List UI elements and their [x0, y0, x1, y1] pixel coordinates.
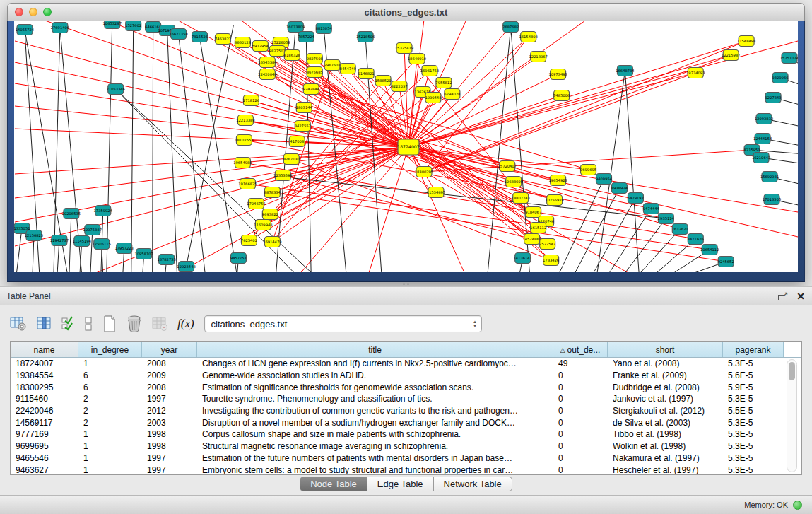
float-window-icon[interactable]: ↗ — [778, 291, 788, 300]
table-cell[interactable]: Embryonic stem cells: a model to study s… — [197, 465, 553, 475]
table-cell[interactable]: Dudbridge et al. (2008) — [608, 382, 723, 392]
table-cell[interactable]: 2 — [78, 394, 142, 404]
citation-edge-red[interactable] — [408, 55, 731, 147]
table-cell[interactable]: 1998 — [142, 429, 197, 439]
citation-edge-black[interactable] — [16, 228, 22, 272]
table-cell[interactable]: 9699695 — [11, 441, 78, 451]
citation-edge-black[interactable] — [623, 218, 666, 272]
table-cell[interactable]: 1997 — [142, 465, 197, 475]
table-cell[interactable]: Hescheler et al. (1997) — [608, 465, 723, 475]
table-cell[interactable]: Changes of HCN gene expression and I(f) … — [197, 358, 553, 368]
table-cell[interactable]: 5.5E-5 — [723, 406, 784, 416]
table-cell[interactable]: 2012 — [142, 406, 197, 416]
table-row[interactable]: 2242004622012Investigating the contribut… — [11, 405, 801, 417]
citation-edge-red[interactable] — [15, 147, 408, 246]
column-header-title[interactable]: title — [197, 342, 553, 357]
table-settings-icon[interactable] — [10, 316, 27, 332]
citation-edge-black[interactable] — [90, 230, 93, 272]
table-cell[interactable]: 2008 — [142, 382, 197, 392]
table-cell[interactable]: 18724007 — [11, 358, 78, 368]
table-row[interactable]: 946362711997Embryonic stem cells: a mode… — [11, 464, 801, 475]
citation-edge-black[interactable] — [131, 25, 134, 272]
table-cell[interactable]: 1 — [78, 441, 142, 451]
table-cell[interactable]: Corpus callosum shape and size in male p… — [197, 429, 553, 439]
tab-network-table[interactable]: Network Table — [434, 477, 512, 491]
table-row[interactable]: 1830029562008Estimation of significance … — [11, 381, 801, 393]
citation-edge-red[interactable] — [272, 65, 332, 242]
table-row[interactable]: 1938455462009Genome-wide association stu… — [11, 370, 801, 382]
table-row[interactable]: 977716911998Corpus callosum shape and si… — [11, 428, 801, 440]
citation-edge-red[interactable] — [15, 147, 408, 198]
table-cell[interactable]: 2 — [78, 418, 142, 428]
table-cell[interactable]: 2 — [78, 406, 142, 416]
table-cell[interactable]: 0 — [553, 453, 608, 463]
table-cell[interactable]: 5.9E-5 — [723, 382, 784, 392]
citation-edge-black[interactable] — [558, 179, 604, 272]
table-cell[interactable]: 1 — [78, 429, 142, 439]
table-cell[interactable]: Wolkin et al. (1998) — [608, 441, 723, 451]
table-cell[interactable]: 9463627 — [11, 465, 78, 475]
table-cell[interactable]: Jankovic et al. (1997) — [608, 394, 723, 404]
table-cell[interactable]: 5.6E-5 — [723, 370, 784, 380]
citation-edge-red[interactable] — [424, 41, 746, 172]
select-rows-icon[interactable] — [61, 316, 74, 332]
table-selector-dropdown[interactable]: citations_edges.txt ▲▼ — [204, 315, 482, 332]
citation-edge-red[interactable] — [424, 73, 695, 172]
table-cell[interactable]: Investigating the contribution of common… — [197, 406, 553, 416]
table-cell[interactable]: 0 — [553, 394, 608, 404]
citation-edge-black[interactable] — [69, 214, 71, 272]
citation-edge-black[interactable] — [167, 30, 177, 272]
tab-edge-table[interactable]: Edge Table — [367, 477, 434, 491]
table-cell[interactable]: 5.3E-5 — [723, 418, 784, 428]
table-cell[interactable]: 5.3E-5 — [723, 394, 784, 404]
window-titlebar[interactable]: citations_edges.txt — [7, 3, 805, 21]
rows-icon[interactable] — [84, 315, 93, 332]
close-icon[interactable]: ✕ — [796, 291, 805, 301]
delete-table-icon[interactable] — [126, 315, 142, 333]
table-cell[interactable]: 0 — [553, 429, 608, 439]
vertical-scrollbar[interactable] — [787, 359, 797, 472]
table-row[interactable]: 946554611997Estimation of the future num… — [11, 452, 801, 465]
table-cell[interactable]: Genome-wide association studies in ADHD. — [197, 370, 553, 380]
column-header-indegree[interactable]: in_degree — [78, 342, 142, 357]
table-cell[interactable]: 19384554 — [11, 370, 78, 380]
table-row[interactable]: 969969511998Structural magnetic resonanc… — [11, 440, 801, 452]
table-cell[interactable]: Tourette syndrome. Phenomenology and cla… — [197, 394, 553, 404]
citation-edge-black[interactable] — [574, 188, 620, 272]
table-cell[interactable]: 5.3E-5 — [723, 358, 784, 368]
panel-resize-grip[interactable] — [400, 283, 411, 286]
table-cell[interactable]: 0 — [553, 370, 608, 380]
table-cell[interactable]: Franke et al. (2009) — [608, 370, 723, 380]
table-cell[interactable]: Yano et al. (2008) — [608, 358, 723, 368]
table-cell[interactable]: 5.3E-5 — [723, 465, 784, 475]
table-cell[interactable]: 5.3E-5 — [723, 453, 784, 463]
table-cell[interactable]: Tibbo et al. (1998) — [608, 429, 723, 439]
table-cell[interactable]: 22420046 — [11, 406, 78, 416]
table-cell[interactable]: 2009 — [142, 370, 197, 380]
table-cell[interactable]: Estimation of significance thresholds fo… — [197, 382, 553, 392]
column-header-year[interactable]: year — [142, 342, 197, 357]
table-cell[interactable]: 0 — [553, 418, 608, 428]
table-cell[interactable]: 1997 — [142, 453, 197, 463]
network-canvas[interactable]: 1405572427691406106532871527602646616010… — [14, 21, 798, 272]
table-cell[interactable]: 1998 — [142, 441, 197, 451]
citation-edge-black[interactable] — [625, 71, 639, 272]
table-cell[interactable]: Estimation of the future numbers of pati… — [197, 453, 553, 463]
table-cell[interactable]: 1 — [78, 465, 142, 475]
table-cell[interactable]: 0 — [553, 406, 608, 416]
table-cell[interactable]: 9777169 — [11, 429, 78, 439]
table-cell[interactable]: 0 — [553, 465, 608, 475]
table-row[interactable]: 1872400712008Changes of HCN gene express… — [11, 358, 801, 370]
function-builder-icon[interactable]: f(x) — [177, 317, 194, 331]
column-header-name[interactable]: name — [11, 342, 78, 357]
new-table-icon[interactable] — [102, 315, 117, 333]
column-header-pagerank[interactable]: pagerank — [723, 342, 784, 357]
table-cell[interactable]: 2008 — [142, 358, 197, 368]
table-cell[interactable]: 0 — [553, 382, 608, 392]
table-cell[interactable]: 49 — [553, 358, 608, 368]
table-cell[interactable]: 1 — [78, 358, 142, 368]
table-cell[interactable]: de Silva et al. (2003) — [608, 418, 723, 428]
table-cell[interactable]: 14569117 — [11, 418, 78, 428]
table-cell[interactable]: Disruption of a novel member of a sodium… — [197, 418, 553, 428]
table-cell[interactable]: 9465546 — [11, 453, 78, 463]
